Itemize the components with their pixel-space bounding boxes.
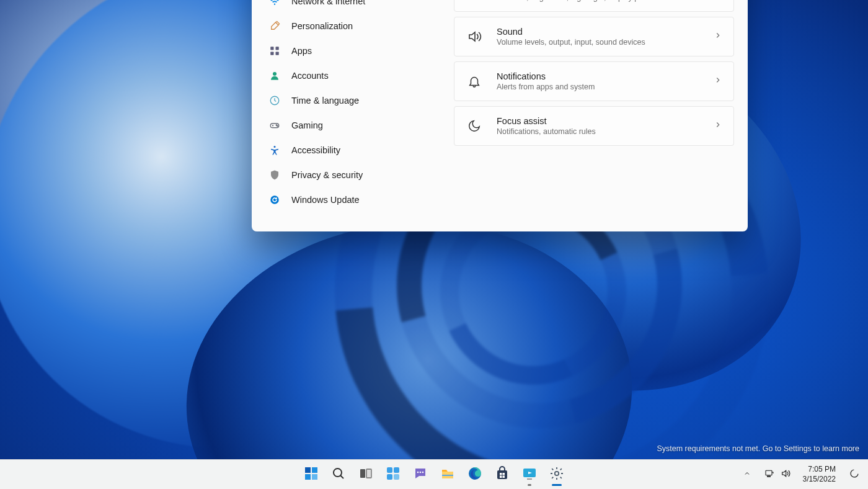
card-subtitle: Alerts from apps and system	[497, 83, 714, 91]
network-sound-tray[interactable]	[760, 466, 795, 483]
sidebar-item-label: Network & internet	[291, 0, 365, 6]
svg-rect-22	[394, 467, 399, 473]
sidebar-item-label: Apps	[291, 46, 312, 56]
sidebar-item-label: Privacy & security	[291, 170, 363, 180]
sound-icon	[466, 28, 483, 45]
system-requirements-watermark: System requirements not met. Go to Setti…	[657, 444, 859, 453]
person-icon	[268, 70, 281, 82]
svg-rect-2	[270, 52, 273, 55]
taskbar-widgets-button[interactable]	[381, 462, 405, 487]
settings-card-focus-assist[interactable]: Focus assistNotifications, automatic rul…	[454, 106, 734, 146]
taskbar-store-button[interactable]	[490, 462, 515, 487]
gamepad-icon	[268, 119, 281, 132]
svg-rect-14	[312, 467, 317, 473]
edge-icon	[467, 466, 482, 483]
svg-rect-20	[366, 469, 371, 478]
sidebar-item-apps[interactable]: Apps	[252, 38, 440, 63]
taskbar-media-player-button[interactable]	[517, 462, 542, 487]
settings-card-sound[interactable]: SoundVolume levels, output, input, sound…	[454, 17, 734, 56]
media-player-icon	[522, 466, 537, 483]
settings-icon	[549, 466, 564, 483]
svg-point-39	[555, 471, 559, 475]
svg-rect-35	[503, 475, 505, 478]
sidebar-item-time-language[interactable]: Time & language	[252, 88, 440, 113]
settings-card-display[interactable]: DisplayMonitors, brightness, night light…	[454, 0, 734, 12]
settings-window: Network & internetPersonalizationAppsAcc…	[252, 0, 748, 231]
svg-rect-19	[360, 469, 365, 478]
access-icon	[268, 144, 281, 156]
sidebar-item-privacy-security[interactable]: Privacy & security	[252, 163, 440, 187]
taskbar-clock[interactable]: 7:05 PM 3/15/2022	[799, 465, 839, 484]
svg-marker-12	[469, 32, 475, 41]
svg-rect-15	[305, 474, 311, 480]
wifi-icon	[268, 0, 281, 7]
sidebar-item-label: Accessibility	[291, 145, 340, 155]
svg-rect-38	[527, 478, 532, 480]
card-title: Sound	[497, 27, 714, 37]
sidebar-item-windows-update[interactable]: Windows Update	[252, 187, 440, 212]
moon-icon	[466, 117, 483, 135]
volume-icon	[781, 469, 790, 480]
brush-icon	[268, 20, 281, 32]
chevron-right-icon	[714, 120, 722, 132]
clock-icon	[268, 94, 281, 107]
svg-rect-31	[497, 470, 507, 479]
svg-rect-23	[387, 474, 392, 480]
settings-card-notifications[interactable]: NotificationsAlerts from apps and system	[454, 61, 734, 101]
svg-rect-41	[767, 476, 770, 477]
notification-center-button[interactable]	[843, 465, 866, 484]
svg-rect-32	[500, 473, 502, 475]
svg-rect-3	[276, 52, 279, 55]
svg-rect-33	[503, 473, 505, 475]
card-title: Focus assist	[497, 116, 714, 126]
apps-icon	[268, 45, 281, 57]
svg-point-4	[273, 72, 277, 76]
display-icon	[466, 0, 483, 1]
taskbar-search-button[interactable]	[326, 462, 351, 487]
sidebar-item-accessibility[interactable]: Accessibility	[252, 138, 440, 163]
svg-rect-29	[442, 475, 453, 476]
chevron-right-icon	[714, 76, 722, 87]
widgets-icon	[386, 466, 401, 483]
sidebar-item-label: Windows Update	[291, 195, 360, 205]
sidebar-item-network-internet[interactable]: Network & internet	[252, 0, 440, 14]
tray-date: 3/15/2022	[803, 475, 836, 485]
svg-rect-0	[270, 47, 273, 50]
sidebar-item-label: Personalization	[291, 21, 353, 31]
sidebar-item-label: Time & language	[291, 96, 359, 105]
svg-point-27	[422, 471, 424, 473]
sidebar-item-accounts[interactable]: Accounts	[252, 63, 440, 88]
svg-rect-21	[387, 467, 392, 473]
svg-line-18	[340, 475, 343, 478]
card-subtitle: Monitors, brightness, night light, displ…	[497, 0, 714, 2]
svg-rect-13	[305, 467, 311, 473]
taskbar-chat-button[interactable]	[408, 462, 433, 487]
settings-sidebar: Network & internetPersonalizationAppsAcc…	[252, 0, 440, 231]
bell-icon	[466, 73, 483, 90]
tray-overflow-button[interactable]	[738, 466, 756, 483]
taskbar-file-explorer-button[interactable]	[435, 462, 460, 487]
sidebar-item-gaming[interactable]: Gaming	[252, 113, 440, 138]
update-icon	[268, 194, 281, 206]
sidebar-item-personalization[interactable]: Personalization	[252, 14, 440, 38]
taskbar-start-button[interactable]	[299, 462, 324, 487]
svg-rect-24	[394, 474, 399, 480]
search-icon	[331, 466, 346, 483]
svg-point-25	[420, 471, 422, 473]
svg-point-8	[277, 125, 278, 127]
system-tray: 7:05 PM 3/15/2022	[738, 460, 866, 490]
svg-rect-40	[766, 470, 772, 475]
sidebar-item-label: Accounts	[291, 71, 329, 81]
taskbar-settings-button[interactable]	[544, 462, 569, 487]
svg-point-17	[334, 469, 342, 477]
settings-content: Windows Update Last checked: 1 minute ag…	[440, 0, 748, 231]
taskbar-edge-button[interactable]	[463, 462, 487, 487]
file-explorer-icon	[440, 466, 455, 483]
task-view-icon	[358, 466, 373, 483]
card-subtitle: Volume levels, output, input, sound devi…	[497, 38, 714, 47]
network-icon	[764, 469, 774, 480]
chevron-right-icon	[714, 31, 722, 42]
svg-point-10	[270, 195, 279, 204]
card-subtitle: Notifications, automatic rules	[497, 127, 714, 136]
taskbar-task-view-button[interactable]	[353, 462, 378, 487]
